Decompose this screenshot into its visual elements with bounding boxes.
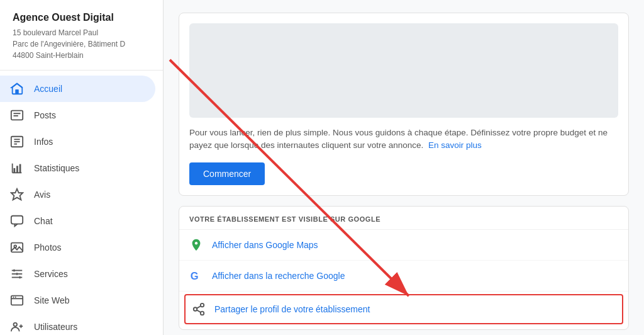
- business-name: Agence Ouest Digital: [13, 11, 150, 25]
- sidebar-item-photos[interactable]: Photos: [0, 234, 155, 261]
- nav-list: Accueil Posts Inf: [0, 71, 163, 335]
- ad-card: Pour vous lancer, rien de plus simple. N…: [179, 13, 629, 196]
- services-icon: [10, 267, 24, 281]
- google-search-icon: G: [189, 269, 203, 283]
- sidebar-item-statistiques[interactable]: Statistiques: [0, 155, 155, 181]
- svg-point-25: [13, 297, 14, 298]
- sidebar-item-posts[interactable]: Posts: [0, 102, 155, 128]
- sidebar-item-infos[interactable]: Infos: [0, 128, 155, 155]
- svg-line-37: [197, 305, 201, 308]
- home-icon: [10, 82, 24, 96]
- maps-link[interactable]: Afficher dans Google Maps: [212, 240, 318, 250]
- visibility-item-share[interactable]: Partager le profil de votre établissemen…: [184, 294, 623, 324]
- svg-point-34: [194, 307, 197, 311]
- sidebar-item-utilisateurs[interactable]: Utilisateurs: [0, 314, 155, 335]
- sidebar-item-services-label: Services: [34, 269, 68, 279]
- sidebar-item-infos-label: Infos: [34, 137, 53, 147]
- svg-rect-23: [11, 295, 23, 305]
- svg-point-26: [15, 297, 16, 298]
- svg-line-36: [197, 310, 201, 312]
- svg-marker-13: [11, 189, 23, 200]
- visibility-item-maps[interactable]: Afficher dans Google Maps: [179, 230, 628, 261]
- sidebar-item-accueil[interactable]: Accueil: [0, 76, 155, 102]
- visibility-card: VOTRE ÉTABLISSEMENT EST VISIBLE SUR GOOG…: [179, 206, 629, 330]
- svg-rect-15: [11, 242, 23, 252]
- sidebar-item-chat-label: Chat: [34, 216, 53, 226]
- utilisateurs-icon: [10, 320, 24, 334]
- business-info: Agence Ouest Digital 15 boulevard Marcel…: [0, 0, 163, 71]
- sidebar: Agence Ouest Digital 15 boulevard Marcel…: [0, 0, 164, 335]
- infos-icon: [10, 135, 24, 149]
- sidebar-item-avis-label: Avis: [34, 190, 50, 200]
- sidebar-item-avis[interactable]: Avis: [0, 181, 155, 208]
- share-icon: [192, 302, 206, 316]
- sidebar-item-accueil-label: Accueil: [34, 84, 62, 94]
- svg-rect-12: [19, 164, 21, 173]
- sidebar-item-chat[interactable]: Chat: [0, 208, 155, 234]
- statistiques-icon: [10, 161, 24, 175]
- main-content: Pour vous lancer, rien de plus simple. N…: [164, 0, 644, 335]
- share-link[interactable]: Partager le profil de votre établissemen…: [214, 304, 370, 314]
- sidebar-item-photos-label: Photos: [34, 242, 62, 253]
- site-web-icon: [10, 293, 24, 307]
- svg-point-27: [14, 322, 18, 326]
- svg-text:G: G: [191, 270, 199, 281]
- sidebar-item-services[interactable]: Services: [0, 261, 155, 287]
- search-link[interactable]: Afficher dans la recherche Google: [212, 271, 345, 281]
- photos-icon: [10, 241, 24, 254]
- svg-rect-14: [11, 216, 23, 224]
- commencer-button[interactable]: Commencer: [189, 162, 265, 185]
- visibility-item-search[interactable]: G Afficher dans la recherche Google: [179, 261, 628, 292]
- business-address: 15 boulevard Marcel Paul Parc de l'Angev…: [13, 27, 150, 61]
- svg-point-35: [201, 311, 204, 315]
- ad-image: [189, 23, 618, 118]
- svg-rect-11: [16, 166, 18, 173]
- svg-point-33: [201, 303, 204, 307]
- maps-icon: [189, 238, 203, 252]
- sidebar-item-statistiques-label: Statistiques: [34, 163, 79, 173]
- sidebar-item-utilisateurs-label: Utilisateurs: [34, 322, 77, 332]
- sidebar-item-posts-label: Posts: [34, 110, 56, 120]
- svg-rect-0: [15, 89, 19, 94]
- sidebar-item-site-web[interactable]: Site Web: [0, 287, 155, 314]
- posts-icon: [10, 108, 24, 122]
- visibility-header: VOTRE ÉTABLISSEMENT EST VISIBLE SUR GOOG…: [179, 207, 628, 230]
- ad-description: Pour vous lancer, rien de plus simple. N…: [179, 118, 628, 162]
- sidebar-item-site-web-label: Site Web: [34, 295, 70, 305]
- ad-learn-more-link[interactable]: En savoir plus: [428, 140, 482, 150]
- avis-icon: [10, 188, 24, 202]
- svg-rect-10: [14, 168, 16, 173]
- chat-icon: [10, 214, 24, 228]
